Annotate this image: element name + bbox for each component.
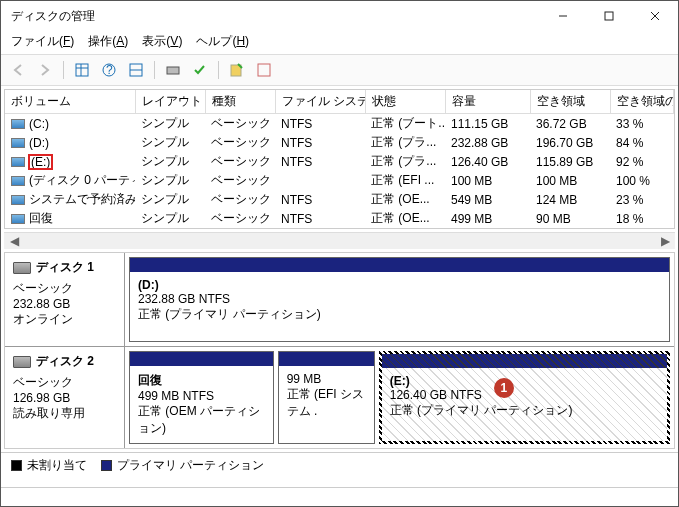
scrollbar-horizontal[interactable]: ◀ ▶ <box>4 232 675 249</box>
partition-header <box>382 354 667 368</box>
column-header[interactable]: 空き領域 <box>530 90 610 114</box>
partition[interactable]: 回復499 MB NTFS正常 (OEM パーティション) <box>129 351 274 444</box>
rescan-icon[interactable] <box>226 59 248 81</box>
column-header[interactable]: 空き領域の割... <box>610 90 674 114</box>
forward-button[interactable] <box>34 59 56 81</box>
props-icon[interactable] <box>253 59 275 81</box>
disk-info: ディスク 2ベーシック126.98 GB読み取り専用 <box>5 347 125 448</box>
window-title: ディスクの管理 <box>11 8 540 25</box>
volume-icon <box>11 195 25 205</box>
svg-text:?: ? <box>106 63 113 77</box>
close-button[interactable] <box>632 1 678 31</box>
volume-icon <box>11 176 25 186</box>
table-row[interactable]: システムで予約済みシンプルベーシックNTFS正常 (OE...549 MB124… <box>5 190 674 209</box>
column-header[interactable]: ファイル システム <box>275 90 365 114</box>
volume-icon <box>11 119 25 129</box>
back-button[interactable] <box>7 59 29 81</box>
column-header[interactable]: ボリューム <box>5 90 135 114</box>
table-row[interactable]: (E:)シンプルベーシックNTFS正常 (プラ...126.40 GB115.8… <box>5 152 674 171</box>
minimize-button[interactable] <box>540 1 586 31</box>
disk-row: ディスク 1ベーシック232.88 GBオンライン(D:)232.88 GB N… <box>5 253 674 347</box>
partition[interactable]: 1(E:)126.40 GB NTFS正常 (プライマリ パーティション) <box>379 351 670 444</box>
menu-file[interactable]: ファイル(F) <box>11 33 74 50</box>
column-header[interactable]: レイアウト <box>135 90 205 114</box>
disk-row: ディスク 2ベーシック126.98 GB読み取り専用回復499 MB NTFS正… <box>5 347 674 448</box>
volume-table: ボリュームレイアウト種類ファイル システム状態容量空き領域空き領域の割... (… <box>4 89 675 229</box>
annotation-badge: 1 <box>494 378 514 398</box>
partition[interactable]: 99 MB正常 (EFI システム . <box>278 351 375 444</box>
maximize-button[interactable] <box>586 1 632 31</box>
legend-primary: プライマリ パーティション <box>101 457 264 474</box>
disk-info: ディスク 1ベーシック232.88 GBオンライン <box>5 253 125 346</box>
menubar: ファイル(F) 操作(A) 表示(V) ヘルプ(H) <box>1 31 678 54</box>
column-header[interactable]: 容量 <box>445 90 530 114</box>
partition[interactable]: (D:)232.88 GB NTFS正常 (プライマリ パーティション) <box>129 257 670 342</box>
column-header[interactable]: 状態 <box>365 90 445 114</box>
svg-rect-4 <box>76 64 88 76</box>
menu-view[interactable]: 表示(V) <box>142 33 182 50</box>
volume-icon <box>11 157 25 167</box>
help-icon[interactable]: ? <box>98 59 120 81</box>
disk-graphical-view: ディスク 1ベーシック232.88 GBオンライン(D:)232.88 GB N… <box>4 252 675 449</box>
menu-action[interactable]: 操作(A) <box>88 33 128 50</box>
toolbar: ? <box>1 54 678 86</box>
legend-unallocated: 未割り当て <box>11 457 87 474</box>
scroll-left-icon[interactable]: ◀ <box>6 234 22 248</box>
statusbar <box>1 487 678 505</box>
legend: 未割り当て プライマリ パーティション <box>1 452 678 478</box>
svg-rect-11 <box>167 67 179 74</box>
partition-header <box>130 258 669 272</box>
disk-icon[interactable] <box>162 59 184 81</box>
volume-icon <box>11 138 25 148</box>
refresh-icon[interactable] <box>125 59 147 81</box>
partition-header <box>130 352 273 366</box>
partition-header <box>279 352 374 366</box>
table-row[interactable]: (D:)シンプルベーシックNTFS正常 (プラ...232.88 GB196.7… <box>5 133 674 152</box>
svg-rect-1 <box>605 12 613 20</box>
scroll-right-icon[interactable]: ▶ <box>657 234 673 248</box>
titlebar: ディスクの管理 <box>1 1 678 31</box>
check-icon[interactable] <box>189 59 211 81</box>
table-row[interactable]: (C:)シンプルベーシックNTFS正常 (ブート...111.15 GB36.7… <box>5 114 674 134</box>
menu-help[interactable]: ヘルプ(H) <box>196 33 249 50</box>
column-header[interactable]: 種類 <box>205 90 275 114</box>
volume-icon <box>11 214 25 224</box>
drive-icon <box>13 262 31 274</box>
table-row[interactable]: (ディスク 0 パーティシ...シンプルベーシック正常 (EFI ...100 … <box>5 171 674 190</box>
svg-rect-13 <box>258 64 270 76</box>
view-detail-icon[interactable] <box>71 59 93 81</box>
drive-icon <box>13 356 31 368</box>
table-row[interactable]: 回復シンプルベーシックNTFS正常 (OE...499 MB90 MB18 % <box>5 209 674 228</box>
